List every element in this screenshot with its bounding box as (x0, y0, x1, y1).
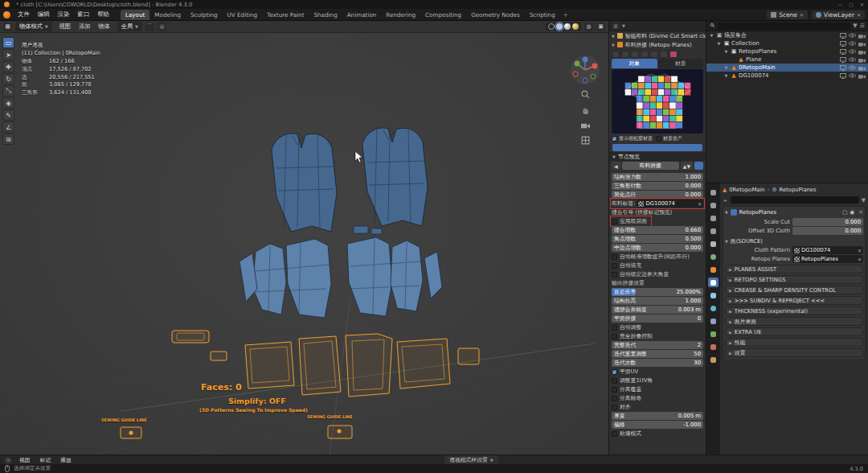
properties-tab-object-icon[interactable] (708, 265, 719, 274)
viewlayer-selector[interactable]: ViewLayer ✕ (812, 10, 865, 19)
clear-icon[interactable]: ✕ (698, 201, 702, 207)
workspace-tab-Layout[interactable]: Layout (121, 10, 149, 20)
navigation-gizmo[interactable] (571, 56, 600, 84)
checkbox-自动调整[interactable] (612, 325, 617, 331)
timeline-editor-icon[interactable]: ◷ (4, 456, 12, 464)
garment-shirt-right[interactable] (347, 237, 442, 316)
pointer-field[interactable]: DG100074✕ (792, 246, 863, 254)
remove-modifier-icon[interactable]: ✕ (858, 209, 863, 216)
window-button[interactable]: ✕ (860, 2, 864, 7)
slider-三角形针数[interactable]: 三角形针数0.000 (612, 182, 703, 190)
slider-结构拉高[interactable]: 结构拉高1.000 (612, 297, 703, 305)
shading-material-icon[interactable] (564, 23, 571, 30)
slider-缝隙合并精度[interactable]: 缝隙合并精度0.003 m (612, 306, 703, 314)
outliner-row-0RetopoMain[interactable]: ▼▲0RetopoMain (706, 64, 868, 72)
properties-tab-texture-icon[interactable] (708, 355, 719, 364)
section-PLANES ASSIST[interactable]: ▶PLANES ASSIST (725, 265, 863, 274)
workspace-tab-Shading[interactable]: Shading (309, 10, 342, 20)
workspace-tab-Sculpting[interactable]: Sculpting (186, 10, 223, 20)
preview-progress-bar[interactable] (612, 144, 702, 151)
window-button[interactable]: ▢ (849, 2, 854, 7)
slider-平滑拼接[interactable]: 平滑拼接0 (612, 315, 703, 323)
outliner-row-Collection[interactable]: ▼▣Collection (706, 39, 868, 47)
fake-user-icon[interactable] (650, 51, 658, 58)
shading-solid-icon[interactable] (556, 23, 563, 30)
new-icon[interactable] (621, 51, 629, 58)
checkbox-显示相框胶材质[interactable]: ✓ (612, 136, 617, 142)
cloth-tag-field[interactable]: DG100074✕ (637, 199, 703, 208)
search-icon[interactable]: 🔍︎ (710, 23, 715, 29)
expand-arrow-icon[interactable]: ▼ (716, 41, 722, 46)
garment-shirt-left[interactable] (240, 239, 331, 318)
properties-tab-scene-icon[interactable] (708, 239, 719, 249)
editor-type-icon[interactable]: ▦ (3, 23, 12, 31)
blender-menu-icon[interactable] (3, 11, 10, 19)
viewport-menu-视图[interactable]: 视图 (55, 22, 75, 31)
checkbox-自动填充[interactable] (612, 263, 617, 269)
menu-编辑[interactable]: 编辑 (34, 10, 54, 19)
source-section-header[interactable]: ▼面(SOURCE) (725, 236, 863, 245)
slider-中边点增数[interactable]: 中边点增数0.000 (612, 244, 703, 252)
checkbox-对齐[interactable] (612, 405, 617, 410)
workspace-tab-Modeling[interactable]: Modeling (149, 10, 186, 20)
checkbox-自动精准增数提升(间距布行)[interactable] (612, 254, 617, 260)
camera-view-icon[interactable] (580, 120, 591, 130)
pattern-pieces-2d[interactable] (121, 331, 479, 438)
slider-缝合增数[interactable]: 缝合增数0.660 (612, 226, 703, 234)
overlays-toggle-icon[interactable]: ◍ (584, 23, 593, 31)
orientation-dropdown[interactable]: 全局▼ (117, 22, 142, 31)
clear-icon[interactable]: ✕ (858, 248, 862, 253)
section-性能[interactable]: ▶性能 (725, 338, 863, 347)
unlink-icon[interactable] (669, 51, 678, 58)
link-icon[interactable] (641, 51, 649, 58)
visibility-toggles[interactable] (840, 49, 866, 55)
section-CREASE & SHARP DENSITY CONTROL[interactable]: ▶CREASE & SHARP DENSITY CONTROL (725, 286, 863, 294)
garment-strips[interactable] (354, 226, 382, 234)
section-THICKNESS (experimental)[interactable]: ▶THICKNESS (experimental) (725, 306, 863, 315)
pattern-handle-dots[interactable] (129, 430, 342, 435)
3d-viewport[interactable]: ▭➤✚↻⤡◈✎∠⊞ 用户透视 (11) Collection | 0Retopo… (0, 33, 608, 454)
properties-tab-render-icon[interactable] (708, 200, 719, 210)
section->>> SUBDIV & REPROJECT <<<[interactable]: ▶>>> SUBDIV & REPROJECT <<< (725, 296, 863, 305)
prev-panel-button[interactable]: ◀ (612, 162, 620, 170)
asset-row[interactable]: ▼布料拼接 (Retopo Planes) (609, 40, 706, 49)
scale-tool[interactable]: ⤡ (2, 85, 14, 97)
active-panel-name[interactable]: 布料拼接 (622, 162, 679, 170)
add-modifier-icon[interactable]: ＋ (723, 196, 728, 204)
properties-tab-particles-icon[interactable] (708, 290, 719, 300)
slider-迭代次数[interactable]: 迭代次数30 (612, 359, 703, 367)
scene-unlink-icon[interactable]: ✕ (800, 12, 804, 18)
addon-tab-材质[interactable]: 材质 (658, 59, 704, 68)
checkbox-应用双层面[interactable] (612, 219, 617, 224)
properties-tab-viewlayer-icon[interactable] (708, 226, 719, 236)
slider-迭代重复调整[interactable]: 迭代重复调整50 (612, 350, 703, 358)
workspace-tab-Texture Paint[interactable]: Texture Paint (262, 10, 309, 20)
browse-icon[interactable] (612, 51, 620, 58)
properties-tab-world-icon[interactable] (708, 252, 719, 261)
pin-icon[interactable] (660, 51, 668, 58)
slider-角点增数[interactable]: 角点增数0.500 (612, 235, 703, 243)
expand-arrow-icon[interactable]: ▼ (723, 65, 729, 70)
outliner-row-场景集合[interactable]: ▼▣场景集合 (706, 31, 868, 39)
slider-延迟倍率[interactable]: 延迟倍率25.000% (612, 288, 703, 296)
visibility-toggles[interactable] (840, 57, 866, 63)
window-button[interactable]: — (837, 2, 842, 7)
section-RETOPO SETTINGS[interactable]: ▶RETOPO SETTINGS (725, 275, 863, 284)
pan-hand-icon[interactable] (580, 105, 591, 115)
viewlayer-unlink-icon[interactable]: ✕ (857, 12, 861, 18)
mode-dropdown[interactable]: 物体模式▼ (15, 22, 52, 31)
visibility-toggles[interactable] (840, 73, 866, 79)
visibility-toggles[interactable] (840, 33, 866, 39)
expand-arrow-icon[interactable]: ▼ (723, 73, 729, 78)
checkbox-粘連模式[interactable] (612, 431, 617, 437)
outliner-options-icon[interactable]: ☰ (860, 23, 865, 29)
expand-arrow-icon[interactable]: ▼ (709, 33, 714, 38)
modifier-search-input[interactable] (731, 196, 859, 204)
properties-tab-tool-icon[interactable] (708, 187, 719, 197)
proportional-edit-icon[interactable]: ◎ (158, 23, 166, 31)
box-select-tool[interactable]: ▭ (2, 37, 14, 48)
asset-row[interactable]: ▼智能布料 (Divine Cut Smart cloth)✕ (609, 31, 706, 40)
properties-tab-material-icon[interactable] (708, 342, 719, 352)
annotate-tool[interactable]: ✎ (2, 109, 14, 121)
outliner-row-DG100074[interactable]: ▼▲DG100074 (706, 72, 868, 80)
